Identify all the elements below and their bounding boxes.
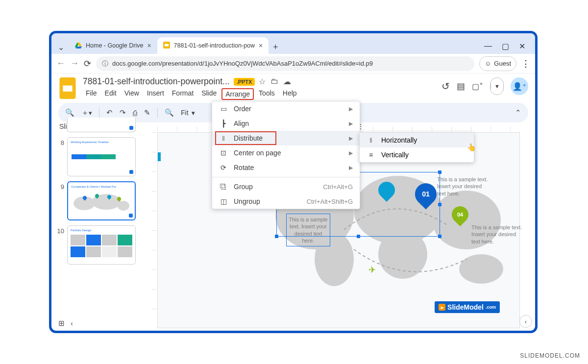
cloud-icon[interactable]: ☁ bbox=[283, 77, 291, 86]
slide-thumb-9[interactable]: 9 Companies & Clients I Worked For bbox=[56, 181, 149, 220]
menu-slide[interactable]: Slide bbox=[198, 88, 220, 100]
close-icon[interactable]: × bbox=[259, 42, 263, 49]
browser-menu-icon[interactable]: ⋮ bbox=[521, 58, 530, 69]
tabs-dropdown-button[interactable]: ⌄ bbox=[55, 40, 66, 54]
close-window-icon[interactable]: ✕ bbox=[519, 42, 525, 51]
minimize-icon[interactable]: — bbox=[484, 42, 492, 51]
collapse-panel-icon[interactable]: ‹ bbox=[71, 319, 73, 328]
star-icon[interactable]: ☆ bbox=[259, 77, 266, 86]
panel-controls: ⊞ ‹ bbox=[58, 319, 73, 328]
new-tab-button[interactable]: + bbox=[269, 40, 282, 54]
back-button[interactable]: ← bbox=[56, 58, 65, 69]
move-icon[interactable]: 🗀 bbox=[270, 77, 278, 86]
redo-button[interactable]: ↷ bbox=[120, 108, 126, 117]
menu-arrange[interactable]: Arrange bbox=[221, 88, 254, 100]
person-icon: ☺ bbox=[485, 60, 491, 67]
rotate-icon: ⟳ bbox=[219, 164, 228, 171]
slideshow-dropdown[interactable]: ▼ bbox=[490, 83, 503, 89]
slides-logo[interactable] bbox=[58, 76, 77, 100]
separator bbox=[157, 108, 158, 118]
window-controls: — ▢ ✕ bbox=[484, 42, 531, 54]
menu-separator bbox=[212, 177, 360, 177]
menu-ungroup[interactable]: ◫UngroupCtrl+Alt+Shift+G bbox=[212, 194, 360, 209]
menu-view[interactable]: View bbox=[122, 88, 142, 100]
slides-icon bbox=[163, 42, 170, 50]
paint-format-button[interactable]: ✎ bbox=[144, 108, 150, 117]
sample-text[interactable]: This is a sample text. Insert your desir… bbox=[471, 224, 525, 245]
person-add-icon: 👤⁺ bbox=[513, 82, 526, 91]
pptx-badge: .PPTX bbox=[234, 78, 255, 86]
undo-button[interactable]: ↶ bbox=[106, 108, 113, 117]
grid-view-icon[interactable]: ⊞ bbox=[58, 319, 65, 328]
slide-number: 8 bbox=[56, 137, 67, 176]
submenu-arrow-icon: ▶ bbox=[349, 150, 353, 156]
zoom-select[interactable]: Fit ▼ bbox=[181, 109, 196, 117]
slide-thumb-8[interactable]: 8 Working Experience Timeline bbox=[56, 137, 149, 176]
menu-file[interactable]: File bbox=[83, 88, 100, 100]
doc-title[interactable]: 7881-01-self-introduction-powerpoint... bbox=[83, 76, 230, 87]
address-bar[interactable]: ⓘ docs.google.com/presentation/d/1joJvYH… bbox=[96, 56, 474, 71]
submenu-horizontally[interactable]: ⦀Horizontally bbox=[360, 133, 474, 147]
menu-rotate[interactable]: ⟳Rotate▶ bbox=[212, 160, 360, 175]
map-pin-04[interactable]: 04 bbox=[452, 206, 468, 229]
profile-chip[interactable]: ☺ Guest bbox=[479, 56, 516, 71]
browser-tab-slides[interactable]: 7881-01-self-introduction-pow × bbox=[157, 37, 269, 54]
svg-rect-4 bbox=[165, 44, 169, 46]
ruler-vertical bbox=[151, 132, 156, 328]
new-slide-button[interactable]: ＋▾ bbox=[81, 108, 92, 118]
menu-insert[interactable]: Insert bbox=[144, 88, 167, 100]
forward-button[interactable]: → bbox=[70, 58, 79, 69]
tab-title: 7881-01-self-introduction-pow bbox=[174, 42, 255, 49]
close-icon[interactable]: × bbox=[147, 42, 151, 49]
menu-bar: File Edit View Insert Format Slide Arran… bbox=[83, 88, 436, 100]
submenu-arrow-icon: ▶ bbox=[349, 121, 353, 127]
browser-tab-drive[interactable]: Home - Google Drive × bbox=[69, 37, 157, 54]
separator bbox=[99, 108, 99, 118]
distribute-icon: ⦀ bbox=[219, 134, 228, 143]
maximize-icon[interactable]: ▢ bbox=[502, 42, 509, 51]
slide-thumb[interactable] bbox=[56, 118, 149, 132]
accent-bar bbox=[158, 152, 161, 161]
guest-label: Guest bbox=[494, 60, 511, 67]
cursor-pointer-icon: 👆 bbox=[467, 143, 476, 152]
slide-thumb-10[interactable]: 10 Portfolio Design bbox=[56, 225, 149, 265]
shortcut: Ctrl+Alt+Shift+G bbox=[307, 198, 353, 205]
browser-window: ⌄ Home - Google Drive × 7881-01-self-int… bbox=[49, 31, 538, 333]
menu-help[interactable]: Help bbox=[280, 88, 300, 100]
reload-button[interactable]: ⟳ bbox=[84, 58, 91, 69]
share-button[interactable]: 👤⁺ bbox=[511, 77, 528, 95]
print-button[interactable]: ⎙ bbox=[133, 109, 137, 117]
menu-order[interactable]: ▭Order▶ bbox=[212, 101, 360, 116]
address-bar-row: ← → ⟳ ⓘ docs.google.com/presentation/d/1… bbox=[51, 54, 535, 73]
comments-icon[interactable]: ▤ bbox=[457, 81, 465, 92]
tab-strip: ⌄ Home - Google Drive × 7881-01-self-int… bbox=[51, 33, 535, 54]
slideshow-button[interactable]: Slideshow ▼ bbox=[490, 77, 504, 95]
menu-align[interactable]: ┣Align▶ bbox=[212, 116, 360, 131]
slide-number: 10 bbox=[56, 225, 67, 265]
submenu-arrow-icon: ▶ bbox=[349, 165, 353, 171]
tab-title: Home - Google Drive bbox=[86, 42, 143, 49]
center-icon: ⊡ bbox=[219, 149, 228, 157]
distribute-h-icon: ⦀ bbox=[367, 136, 375, 145]
menu-tools[interactable]: Tools bbox=[256, 88, 278, 100]
submenu-vertically[interactable]: ≡Vertically bbox=[360, 147, 474, 162]
sample-text[interactable]: This is a sample text. Insert your desir… bbox=[437, 176, 491, 197]
explore-button[interactable]: ‹ bbox=[519, 315, 532, 328]
meet-icon[interactable]: ▢˅ bbox=[472, 82, 483, 91]
menu-group[interactable]: ⿻GroupCtrl+Alt+G bbox=[212, 179, 360, 194]
svg-text:✈: ✈ bbox=[368, 265, 376, 275]
zoom-out-icon[interactable]: 🔍 bbox=[165, 108, 174, 117]
slide-panel: 8 Working Experience Timeline 9 Companie… bbox=[56, 122, 149, 316]
arrange-dropdown: ▭Order▶ ┣Align▶ ⦀Distribute▶ ⊡Center on … bbox=[212, 101, 360, 209]
menu-edit[interactable]: Edit bbox=[102, 88, 120, 100]
search-menus-icon[interactable]: 🔍 bbox=[65, 108, 74, 117]
menu-center-on-page[interactable]: ⊡Center on page▶ bbox=[212, 146, 360, 160]
submenu-arrow-icon: ▶ bbox=[349, 106, 353, 112]
menu-distribute[interactable]: ⦀Distribute▶ bbox=[212, 131, 360, 146]
ungroup-icon: ◫ bbox=[219, 197, 228, 205]
site-info-icon[interactable]: ⓘ bbox=[102, 59, 108, 68]
menu-format[interactable]: Format bbox=[169, 88, 196, 100]
history-icon[interactable]: ↺ bbox=[441, 80, 450, 92]
svg-point-9 bbox=[118, 201, 129, 211]
collapse-toolbar-icon[interactable]: ⌃ bbox=[515, 108, 521, 117]
